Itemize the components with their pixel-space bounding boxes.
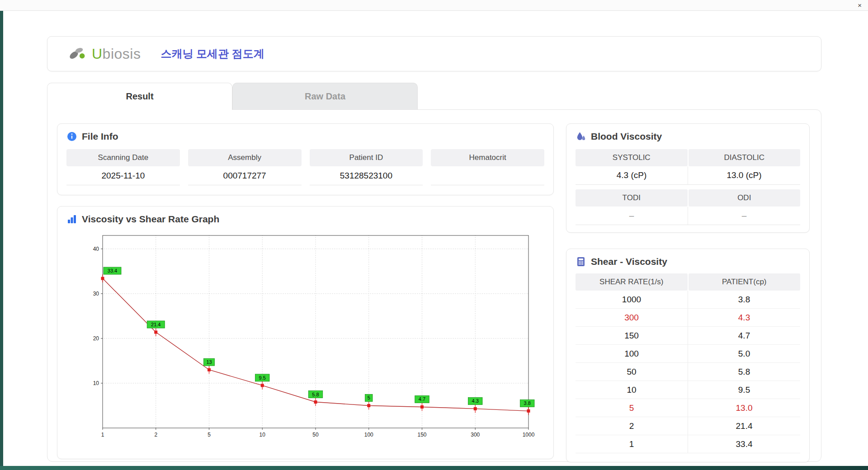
shear-rate-cell: 1000: [576, 291, 688, 309]
svg-text:1000: 1000: [523, 432, 535, 438]
patient-viscosity-cell: 13.0: [688, 399, 800, 417]
shear-viscosity-table: SHEAR RATE(1/s) PATIENT(cp) 1000 3.8 300…: [576, 273, 800, 453]
file-info-field: Assembly 000717277: [188, 149, 302, 185]
close-icon[interactable]: ×: [858, 1, 862, 9]
svg-text:4.7: 4.7: [419, 396, 425, 402]
patient-viscosity-cell: 4.7: [688, 327, 800, 345]
table-row: 1000 3.8: [576, 291, 800, 309]
table-row: 2 21.4: [576, 417, 800, 435]
shear-rate-cell: 2: [576, 417, 688, 435]
page-title: 스캐닝 모세관 점도계: [160, 47, 264, 61]
todi-header: TODI: [576, 189, 688, 207]
svg-text:30: 30: [93, 291, 99, 297]
graph-title: Viscosity vs Shear Rate Graph: [82, 214, 219, 225]
viscosity-vs-shear-rate-chart: 125105010015030010001020304033.421.4139.…: [86, 231, 535, 444]
table-row: 10 9.5: [576, 381, 800, 399]
chart-area: 125105010015030010001020304033.421.4139.…: [86, 231, 544, 446]
file-info-field-label: Patient ID: [310, 149, 423, 166]
svg-text:9.5: 9.5: [259, 375, 266, 381]
file-info-field-label: Scanning Date: [66, 149, 180, 166]
app-window: × Ubiosis 스캐닝 모세관 점도계 Result Raw Data: [0, 0, 868, 470]
shear-viscosity-card: Shear - Viscosity SHEAR RATE(1/s) PATIEN…: [566, 249, 810, 462]
tab-raw-data[interactable]: Raw Data: [232, 83, 418, 110]
file-info-field: Patient ID 53128523100: [310, 149, 423, 185]
diastolic-header: DIASTOLIC: [689, 149, 801, 166]
svg-text:1: 1: [101, 432, 104, 438]
shear-rate-cell: 1: [576, 435, 688, 453]
patient-viscosity-cell: 5.0: [688, 345, 800, 363]
svg-text:33.4: 33.4: [108, 268, 117, 273]
file-info-field-value: 53128523100: [310, 166, 423, 185]
file-info-field-label: Hematocrit: [431, 149, 544, 166]
shear-rate-cell: 10: [576, 381, 688, 399]
svg-text:4.3: 4.3: [472, 398, 479, 404]
systolic-value: 4.3 (cP): [576, 166, 688, 185]
svg-text:50: 50: [312, 432, 319, 438]
file-info-field-value: 000717277: [188, 166, 302, 185]
table-row: 100 5.0: [576, 345, 800, 363]
patient-viscosity-cell: 33.4: [688, 435, 800, 453]
file-info-title: File Info: [82, 131, 118, 142]
patient-viscosity-cell: 21.4: [688, 417, 800, 435]
blood-viscosity-title: Blood Viscosity: [591, 131, 662, 142]
file-info-field: Scanning Date 2025-11-10: [66, 149, 180, 185]
odi-value: –: [688, 207, 800, 225]
svg-text:5: 5: [368, 395, 370, 400]
file-info-field-label: Assembly: [188, 149, 302, 166]
shear-rate-cell: 150: [576, 327, 688, 345]
desktop-edge-bottom: [0, 466, 868, 470]
svg-text:10: 10: [259, 432, 266, 438]
blood-viscosity-card: Blood Viscosity SYSTOLIC DIASTOLIC 4.3 (…: [566, 123, 810, 233]
odi-header: ODI: [689, 189, 801, 207]
shear-rate-cell: 100: [576, 345, 688, 363]
blood-viscosity-table: SYSTOLIC DIASTOLIC 4.3 (cP) 13.0 (cP) TO…: [576, 149, 800, 225]
tab-bar: Result Raw Data: [47, 83, 418, 110]
shear-rate-cell: 300: [576, 309, 688, 327]
systolic-header: SYSTOLIC: [576, 149, 688, 166]
patient-viscosity-cell: 9.5: [688, 381, 800, 399]
patient-viscosity-cell: 3.8: [688, 291, 800, 309]
patient-viscosity-cell: 4.3: [688, 309, 800, 327]
result-panel: File Info Scanning Date 2025-11-10 Assem…: [47, 109, 821, 462]
table-row: 5 13.0: [576, 399, 800, 417]
water-drops-icon: [576, 131, 586, 142]
diastolic-value: 13.0 (cP): [688, 166, 800, 185]
file-info-field-value: 2025-11-10: [66, 166, 180, 185]
svg-text:2: 2: [154, 432, 157, 438]
shear-rate-column-header: SHEAR RATE(1/s): [576, 273, 688, 291]
svg-text:10: 10: [93, 380, 99, 386]
viscosity-graph-card: Viscosity vs Shear Rate Graph 1251050100…: [57, 206, 554, 459]
svg-text:21.4: 21.4: [151, 322, 160, 327]
tab-result[interactable]: Result: [47, 83, 232, 110]
todi-value: –: [576, 207, 688, 225]
app-header: Ubiosis 스캐닝 모세관 점도계: [47, 36, 821, 71]
file-info-field-value: [431, 166, 544, 185]
ubiosis-logo: Ubiosis: [68, 45, 141, 63]
patient-viscosity-cell: 5.8: [688, 363, 800, 381]
desktop-edge-left: [0, 11, 3, 470]
table-row: 300 4.3: [576, 309, 800, 327]
info-icon: [66, 131, 77, 142]
svg-text:100: 100: [364, 432, 373, 438]
logo-text: Ubiosis: [92, 46, 141, 62]
patient-column-header: PATIENT(cp): [689, 273, 801, 291]
table-row: 150 4.7: [576, 327, 800, 345]
shear-rate-cell: 50: [576, 363, 688, 381]
svg-text:20: 20: [93, 335, 99, 342]
shear-viscosity-title: Shear - Viscosity: [591, 256, 667, 267]
svg-text:150: 150: [417, 432, 426, 438]
svg-text:13: 13: [206, 359, 212, 365]
shear-rate-cell: 5: [576, 399, 688, 417]
bar-chart-icon: [66, 214, 77, 225]
svg-text:40: 40: [93, 246, 99, 252]
window-titlebar: ×: [0, 0, 868, 11]
file-info-card: File Info Scanning Date 2025-11-10 Assem…: [57, 123, 554, 195]
svg-text:5.8: 5.8: [312, 392, 319, 397]
file-info-field: Hematocrit: [431, 149, 544, 185]
svg-text:300: 300: [471, 432, 480, 438]
svg-text:5: 5: [208, 432, 211, 438]
leaf-logo-icon: [68, 45, 89, 63]
table-row: 1 33.4: [576, 435, 800, 453]
file-info-table: Scanning Date 2025-11-10 Assembly 000717…: [66, 149, 544, 185]
table-row: 50 5.8: [576, 363, 800, 381]
